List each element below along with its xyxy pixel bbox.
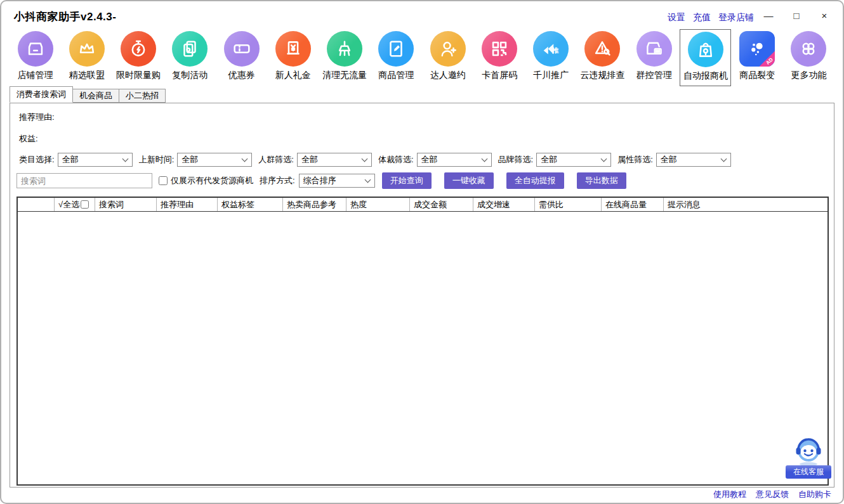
brand-select[interactable]: 全部 — [536, 153, 611, 167]
person-add-icon — [430, 31, 466, 67]
toolbar-item-qr-first-screen[interactable]: 卡首屏码 — [473, 29, 525, 86]
tab-content-panel: 推荐理由: 权益: 类目选择: 全部 上新时间: 全部 人群筛选: — [10, 103, 834, 488]
toolbar-item-label: 店铺管理 — [18, 70, 53, 81]
toolbar-item-label: 优惠券 — [228, 70, 255, 81]
tab-opportunity-products[interactable]: 机会商品 — [72, 89, 119, 103]
settings-link[interactable]: 设置 — [668, 12, 685, 23]
bubbles-icon: AD — [739, 31, 775, 67]
header-hot-product-ref: 热卖商品参考 — [283, 198, 346, 211]
start-query-button[interactable]: 开始查询 — [382, 172, 432, 189]
toolbar-item-group-control[interactable]: 群控管理 — [628, 29, 680, 86]
header-select-all: √全选 — [55, 198, 95, 211]
toolbar-item-label: 达人邀约 — [430, 70, 466, 81]
warning-search-icon — [584, 31, 620, 67]
header-gmv: 成交金额 — [410, 198, 473, 211]
customer-service-mascot-icon[interactable] — [789, 436, 828, 467]
app-title: 小抖商家助手v2.4.3- — [14, 10, 116, 24]
maximize-button[interactable]: □ — [791, 10, 802, 21]
qr-code-icon — [482, 31, 517, 67]
category-select[interactable]: 全部 — [58, 153, 133, 167]
dropship-only-label: 仅展示有代发货源商机 — [171, 175, 253, 186]
search-input[interactable] — [16, 173, 152, 188]
titlebar: 小抖商家助手v2.4.3- 设置 充值 登录店铺 — □ × — [1, 1, 843, 29]
tab-xiaoer-hot-recruit[interactable]: 小二热招 — [119, 89, 166, 103]
recharge-link[interactable]: 充值 — [693, 12, 711, 23]
close-button[interactable]: × — [819, 10, 830, 21]
select-all-checkbox[interactable] — [81, 200, 89, 209]
filter-label: 体裁筛选: — [378, 154, 414, 165]
footer-links: 使用教程 意见反馈 自助购卡 — [713, 489, 831, 500]
header-heat: 热度 — [346, 198, 410, 211]
broom-icon — [327, 31, 362, 67]
filter-label: 人群筛选: — [258, 154, 294, 165]
toolbar-item-label: 自动报商机 — [683, 70, 728, 82]
filter-brand: 品牌筛选: 全部 — [498, 153, 612, 167]
toolbar-item-more-features[interactable]: 更多功能 — [783, 29, 834, 86]
search-row: 仅展示有代发货源商机 排序方式: 综合排序 开始查询 一键收藏 全自动提报 导出… — [16, 172, 834, 189]
login-shop-link[interactable]: 登录店铺 — [718, 12, 754, 23]
export-data-button[interactable]: 导出数据 — [577, 172, 626, 189]
genre-select[interactable]: 全部 — [417, 153, 492, 167]
chevron-down-icon — [601, 156, 607, 162]
crown-icon — [69, 31, 105, 67]
minimize-button[interactable]: — — [763, 10, 774, 21]
header-demand-supply-ratio: 需供比 — [535, 198, 602, 211]
gift-money-icon — [275, 31, 311, 67]
chevron-down-icon — [242, 156, 248, 162]
app-window: 小抖商家助手v2.4.3- 设置 充值 登录店铺 — □ × 店铺管理 精选联盟 — [0, 0, 844, 504]
sort-select[interactable]: 综合排序 — [299, 174, 375, 188]
toolbar-item-product-manage[interactable]: 商品管理 — [371, 29, 422, 86]
recommend-reason-label: 推荐理由: — [19, 112, 834, 123]
toolbar-item-auto-report-opportunity[interactable]: 自动报商机 — [680, 29, 731, 86]
tab-consumer-search-words[interactable]: 消费者搜索词 — [10, 86, 73, 103]
toolbar-item-label: 千川推广 — [533, 70, 569, 81]
auto-submit-button[interactable]: 全自动提报 — [506, 172, 564, 189]
toolbar-item-violation-check[interactable]: 云违规排查 — [577, 29, 628, 86]
toolbar-item-newcomer-gift[interactable]: 新人礼金 — [267, 29, 319, 86]
window-controls: — □ × — [763, 10, 830, 21]
toolbar-item-label: 云违规排查 — [580, 70, 624, 81]
action-buttons: 开始查询 一键收藏 全自动提报 导出数据 — [382, 172, 626, 189]
tab-strip: 消费者搜索词 机会商品 小二热招 — [10, 87, 165, 103]
flash-timer-icon — [121, 31, 156, 67]
toolbar-item-label: 新人礼金 — [275, 70, 311, 81]
toolbar-item-influencer-invite[interactable]: 达人邀约 — [422, 29, 473, 86]
toolbar-item-featured-alliance[interactable]: 精选联盟 — [61, 29, 112, 86]
chevron-down-icon — [720, 156, 727, 162]
chevron-down-icon — [122, 156, 128, 162]
attribute-select[interactable]: 全部 — [656, 153, 731, 167]
tutorial-link[interactable]: 使用教程 — [713, 489, 746, 500]
toolbar-item-qianchuan-promo[interactable]: 推 千川推广 — [525, 29, 577, 86]
toolbar-item-label: 商品管理 — [378, 70, 414, 81]
header-hint-message: 提示消息 — [664, 198, 828, 211]
toolbar-item-label: 卡首屏码 — [482, 70, 517, 81]
toolbar-item-flash-sale[interactable]: 限时限量购 — [113, 29, 164, 86]
toolbar-item-shop-manage[interactable]: 店铺管理 — [10, 29, 61, 86]
group-store-icon — [636, 31, 672, 67]
header-recommend-reason: 推荐理由 — [157, 198, 218, 211]
filter-label: 类目选择: — [19, 154, 55, 165]
chevron-down-icon — [364, 177, 371, 183]
filter-crowd: 人群筛选: 全部 — [258, 153, 372, 167]
feedback-link[interactable]: 意见反馈 — [756, 489, 789, 500]
self-purchase-card-link[interactable]: 自助购卡 — [798, 489, 831, 500]
promote-icon: 推 — [533, 31, 569, 67]
new-time-select[interactable]: 全部 — [177, 153, 252, 167]
header-rights-tag: 权益标签 — [218, 198, 283, 211]
storefront-icon — [18, 31, 53, 67]
toolbar-item-coupon[interactable]: 优惠券 — [216, 29, 267, 86]
one-click-favorite-button[interactable]: 一键收藏 — [444, 172, 494, 189]
dropship-only-checkbox[interactable] — [159, 176, 168, 185]
toolbar-item-copy-activity[interactable]: 复制活动 — [164, 29, 216, 86]
crowd-select[interactable]: 全部 — [297, 153, 372, 167]
chevron-down-icon — [361, 156, 367, 162]
header-gmv-growth: 成交增速 — [473, 198, 535, 211]
sort-label: 排序方式: — [260, 175, 295, 186]
online-service-button[interactable]: 在线客服 — [786, 465, 831, 479]
toolbar-item-label: 精选联盟 — [69, 70, 105, 81]
toolbar-item-product-fission[interactable]: AD 商品裂变 — [732, 29, 783, 86]
titlebar-links: 设置 充值 登录店铺 — [668, 12, 754, 23]
filter-label: 属性筛选: — [617, 154, 653, 165]
toolbar-item-clean-no-traffic[interactable]: 清理无流量 — [319, 29, 371, 86]
ticket-icon — [224, 31, 260, 67]
